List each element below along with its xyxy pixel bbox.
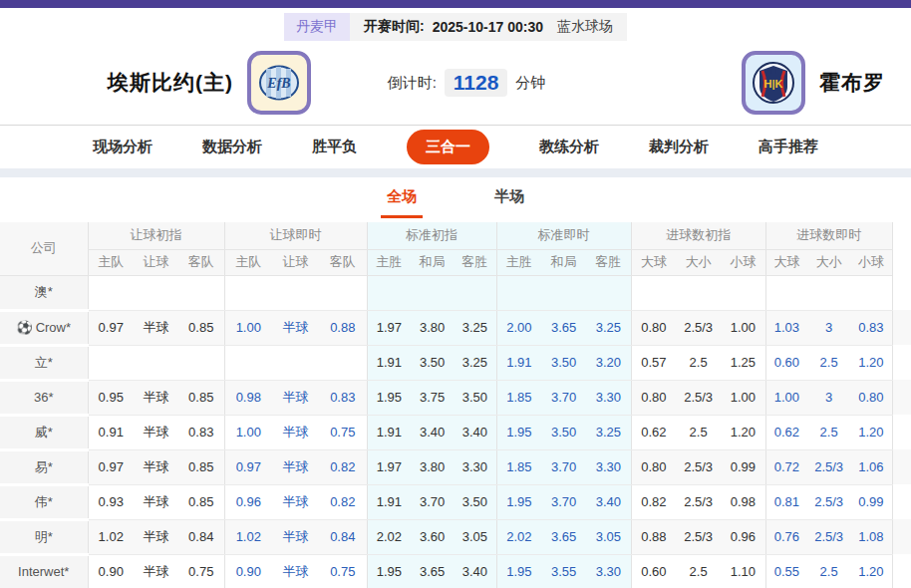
odds-cell: 0.83 — [319, 380, 367, 415]
odds-cell: 3.80 — [411, 449, 454, 484]
odds-cell: 0.91 — [88, 415, 134, 449]
odds-cell: 0.80 — [631, 380, 676, 415]
odds-cell: 1.20 — [850, 415, 892, 449]
odds-cell: 0.57 — [631, 345, 676, 380]
odds-cell: 3.65 — [411, 554, 454, 588]
odds-cell: 1.25 — [721, 345, 765, 380]
kickoff-label: 开赛时间: — [364, 18, 425, 36]
odds-cell: 1.08 — [850, 519, 892, 554]
odds-cell: 0.82 — [319, 484, 367, 519]
odds-cell: 3.65 — [541, 519, 586, 554]
league-badge: 丹麦甲 — [284, 13, 350, 41]
subcol-header: 大球 — [765, 249, 807, 275]
nav-tab-1[interactable]: 现场分析 — [93, 138, 152, 156]
odds-cell — [807, 275, 850, 310]
odds-cell: 1.20 — [721, 415, 765, 449]
nav-tab-7[interactable]: 高手推荐 — [759, 138, 818, 156]
odds-cell: 0.99 — [850, 484, 892, 519]
subtab-1[interactable]: 全场 — [381, 187, 423, 218]
odds-cell: 1.95 — [496, 554, 541, 588]
odds-cell: 0.80 — [631, 449, 676, 484]
odds-cell: 半球 — [134, 380, 178, 415]
company-name: Crow* — [36, 320, 71, 335]
odds-cell: 3.30 — [586, 380, 631, 415]
odds-cell: 0.97 — [224, 449, 272, 484]
company-cell: 明* — [0, 519, 88, 554]
company-cell: 威* — [0, 415, 88, 449]
odds-cell: 1.85 — [496, 380, 541, 415]
subcol-header: 客胜 — [586, 249, 631, 275]
table-edge-spacer — [892, 415, 911, 449]
odds-cell: 0.82 — [319, 449, 367, 484]
odds-cell: 0.62 — [765, 415, 807, 449]
odds-cell — [367, 275, 411, 310]
odds-cell: 0.80 — [631, 310, 676, 345]
odds-cell: 1.85 — [496, 449, 541, 484]
group-header-2: 让球即时 — [224, 222, 367, 249]
odds-cell: 3.50 — [454, 484, 496, 519]
company-name: 明* — [35, 529, 53, 544]
odds-cell: 2.5/3 — [676, 519, 721, 554]
soccer-ball-icon: ⚽ — [16, 320, 32, 335]
odds-cell: 3.05 — [454, 519, 496, 554]
venue-name: 蓝水球场 — [557, 18, 613, 36]
company-cell: ⚽Crow* — [0, 310, 88, 345]
odds-row-: 澳* — [0, 275, 911, 310]
main-nav: 现场分析数据分析胜平负三合一教练分析裁判分析高手推荐 — [0, 126, 911, 168]
odds-cell: 0.62 — [631, 415, 676, 449]
odds-cell: 2.02 — [496, 519, 541, 554]
odds-cell: 2.5 — [807, 345, 850, 380]
nav-tab-3[interactable]: 胜平负 — [312, 138, 357, 156]
odds-cell: 2.5 — [807, 554, 850, 588]
subtab-2[interactable]: 半场 — [488, 187, 530, 218]
odds-cell: 3.30 — [586, 449, 631, 484]
countdown-value: 1128 — [445, 69, 508, 97]
odds-cell: 0.75 — [319, 415, 367, 449]
odds-cell: 0.83 — [850, 310, 892, 345]
odds-row-: 易*0.97半球0.850.97半球0.821.973.803.301.853.… — [0, 449, 911, 484]
efb-crest-icon: EfB — [247, 51, 311, 115]
odds-cell: 2.5 — [676, 345, 721, 380]
subcol-header: 和局 — [541, 249, 586, 275]
odds-cell: 3.25 — [454, 345, 496, 380]
table-edge-spacer — [892, 380, 911, 415]
odds-cell — [496, 275, 541, 310]
odds-row-: 明*1.02半球0.841.02半球0.842.023.603.052.023.… — [0, 519, 911, 554]
league-name: 丹麦甲 — [296, 18, 338, 36]
odds-cell: 0.75 — [178, 554, 224, 588]
odds-cell — [224, 345, 272, 380]
odds-cell: 3.05 — [586, 519, 631, 554]
odds-cell: 2.00 — [496, 310, 541, 345]
odds-cell — [676, 275, 721, 310]
odds-cell: 3.50 — [454, 380, 496, 415]
odds-cell: 1.00 — [765, 380, 807, 415]
company-name: 立* — [35, 355, 53, 370]
nav-tab-5[interactable]: 教练分析 — [539, 138, 599, 156]
odds-cell: 0.85 — [178, 310, 224, 345]
odds-cell: 0.90 — [224, 554, 272, 588]
subcol-header: 大小 — [676, 249, 721, 275]
subcol-header: 大小 — [807, 249, 850, 275]
odds-cell: 0.98 — [224, 380, 272, 415]
odds-cell: 3.65 — [541, 310, 586, 345]
odds-cell: 半球 — [272, 449, 319, 484]
odds-cell: 0.88 — [319, 310, 367, 345]
group-header-3: 标准初指 — [367, 222, 496, 249]
nav-tab-2[interactable]: 数据分析 — [202, 138, 262, 156]
odds-cell: 0.99 — [721, 449, 765, 484]
subcol-header: 小球 — [721, 249, 765, 275]
table-edge-spacer — [892, 449, 911, 484]
odds-row-Interwet: Interwet*0.90半球0.750.90半球0.751.953.653.4… — [0, 554, 911, 588]
odds-cell: 1.91 — [367, 345, 411, 380]
odds-cell: 3.40 — [454, 415, 496, 449]
subcol-header: 让球 — [134, 249, 178, 275]
odds-cell — [178, 275, 224, 310]
nav-tab-6[interactable]: 裁判分析 — [649, 138, 709, 156]
odds-comparison-table: 公司让球初指让球即时标准初指标准即时进球数初指进球数即时主队让球客队主队让球客队… — [0, 222, 911, 588]
odds-cell: 3.70 — [411, 484, 454, 519]
nav-tab-4[interactable]: 三合一 — [407, 130, 489, 164]
subcol-header: 主胜 — [496, 249, 541, 275]
odds-cell: 1.02 — [224, 519, 272, 554]
svg-text:EfB: EfB — [266, 76, 290, 91]
odds-cell: 半球 — [272, 484, 319, 519]
